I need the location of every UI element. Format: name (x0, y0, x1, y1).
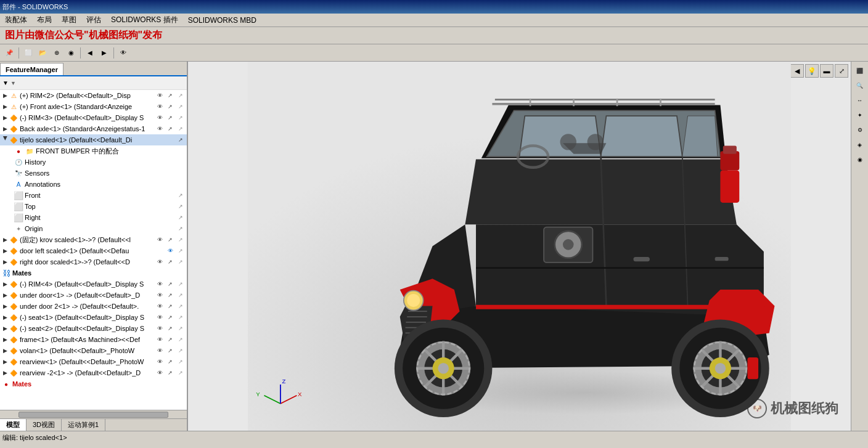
rim2-eye[interactable]: 👁 (155, 91, 165, 100)
toggle-rearview2[interactable]: ▶ (1, 369, 9, 377)
tree-item-frontbumper[interactable]: ● 📁 FRONT BUMPER 中的配合 (0, 145, 187, 157)
toggle-rim4[interactable]: ▶ (1, 280, 9, 288)
tree-item-rim4[interactable]: ▶ 🔶 (-) RIM<4> (Default<<Default>_Displa… (0, 279, 187, 290)
tree-item-seat1[interactable]: ▶ 🔶 (-) seat<1> (Default<<Default>_Displ… (0, 312, 187, 323)
tree-item-backaxle[interactable]: ▶ 🔶 Back axle<1> (Standard<Anzeigestatus… (0, 123, 187, 134)
ud-eye[interactable]: 👁 (155, 290, 165, 300)
rv1-arr[interactable]: ↗ (165, 357, 175, 367)
rt-view1[interactable]: ⬛ (853, 64, 867, 78)
rv1-eye[interactable]: 👁 (155, 357, 165, 367)
tree-item-seat2[interactable]: ▶ 🔶 (-) seat<2> (Default<<Default>_Displ… (0, 323, 187, 334)
toggle-frontaxle[interactable]: ▶ (1, 103, 9, 110)
s1-arr2[interactable]: ↗ (176, 312, 186, 322)
toggle-seat2[interactable]: ▶ (1, 325, 9, 332)
pin-btn[interactable]: 📌 (2, 46, 16, 60)
tree-item-mates-bottom[interactable]: ● Mates (0, 378, 187, 389)
tree-item-front[interactable]: ⬜ Front ↗ (0, 190, 187, 201)
tab-feature-tree[interactable]: FeatureManager (0, 63, 63, 75)
new-btn[interactable]: ⬜ (22, 46, 35, 60)
dl-eye[interactable]: 👁 (165, 246, 175, 256)
rv2-arr[interactable]: ↗ (165, 368, 175, 378)
ud2-arr[interactable]: ↗ (165, 301, 175, 311)
tree-item-mates1[interactable]: ⛓ Mates (0, 267, 187, 279)
btab-motion[interactable]: 运动算例1 (62, 419, 105, 431)
tree-item-rim2[interactable]: ▶ ⚠ (+) RIM<2> (Default<<Default>_Disp 👁… (0, 90, 187, 101)
s1-arr[interactable]: ↗ (165, 312, 175, 322)
s1-eye[interactable]: 👁 (155, 312, 165, 322)
ba-eye[interactable]: 👁 (155, 124, 165, 134)
ba-arr[interactable]: ↗ (165, 124, 175, 134)
tree-item-right[interactable]: ⬜ Right ↗ (0, 212, 187, 223)
fr-arr2[interactable]: ↗ (176, 335, 186, 344)
dr-eye[interactable]: 👁 (155, 257, 165, 267)
menu-layout[interactable]: 布局 (32, 14, 57, 26)
vo-eye[interactable]: 👁 (155, 346, 165, 356)
tree-item-sensors[interactable]: 🔭 Sensors (0, 168, 187, 179)
origin-arrow[interactable]: ↗ (176, 224, 186, 234)
tree-scrollbar[interactable] (0, 410, 187, 418)
tree-item-doorright[interactable]: ▶ 🔶 right door scaled<1>->? (Default<<D … (0, 256, 187, 267)
tree-item-rearview1[interactable]: ▶ 🔶 rearview<1> (Default<<Default>_Photo… (0, 356, 187, 367)
menu-sw-plugins[interactable]: SOLIDWORKS 插件 (106, 14, 183, 26)
toggle-backaxle[interactable]: ▶ (1, 125, 9, 132)
fr-eye[interactable]: 👁 (155, 335, 165, 344)
s2-eye[interactable]: 👁 (155, 324, 165, 333)
eye-btn[interactable]: 👁 (117, 46, 130, 60)
tree-item-tijelo[interactable]: ▶ 🔶 tijelo scaled<1> (Default<<Default_D… (0, 134, 187, 145)
menu-assemby[interactable]: 装配体 (0, 14, 32, 26)
toggle-underdoor2[interactable]: ▶ (1, 303, 9, 310)
nav-left[interactable]: ◀ (83, 46, 97, 60)
vo-arr2[interactable]: ↗ (176, 346, 186, 356)
right-arrow[interactable]: ↗ (176, 213, 186, 222)
krov-eye[interactable]: 👁 (155, 235, 165, 245)
ba-arr2[interactable]: ↗ (176, 124, 186, 134)
tree-item-history[interactable]: 🕐 History (0, 157, 187, 168)
r3-arr[interactable]: ↗ (165, 113, 175, 123)
front-arrow[interactable]: ↗ (176, 190, 186, 200)
nav-right[interactable]: ▶ (97, 46, 111, 60)
krov-arr2[interactable]: ↗ (176, 235, 186, 245)
target-btn[interactable]: ⊕ (50, 46, 63, 60)
menu-sketch[interactable]: 草图 (57, 14, 81, 26)
tree-item-doorleft[interactable]: ▶ 🔶 door left scaled<1> (Default<<Defau … (0, 245, 187, 256)
rt-view5[interactable]: ⚙ (853, 123, 867, 137)
tree-item-rearview2[interactable]: ▶ 🔶 rearview -2<1> -> (Default<<Default>… (0, 367, 187, 378)
s2-arr2[interactable]: ↗ (176, 324, 186, 333)
tree-item-underdoor2[interactable]: ▶ 🔶 under door 2<1> -> (Default<<Default… (0, 301, 187, 312)
rt-view2[interactable]: 🔍 (853, 79, 867, 92)
feature-tree[interactable]: ▶ ⚠ (+) RIM<2> (Default<<Default>_Disp 👁… (0, 90, 187, 410)
r4-arr2[interactable]: ↗ (176, 279, 186, 289)
menu-eval[interactable]: 评估 (81, 14, 106, 26)
rv2-eye[interactable]: 👁 (155, 368, 165, 378)
tree-item-annotations[interactable]: A Annotations (0, 179, 187, 190)
rim2-arrow2[interactable]: ↗ (176, 91, 186, 100)
r4-arr[interactable]: ↗ (165, 279, 175, 289)
vo-arr[interactable]: ↗ (165, 346, 175, 356)
fa-arr[interactable]: ↗ (165, 102, 175, 112)
r3-arr2[interactable]: ↗ (176, 113, 186, 123)
rt-view6[interactable]: ◈ (853, 138, 867, 152)
rv1-arr2[interactable]: ↗ (176, 357, 186, 367)
toggle-frame[interactable]: ▶ (1, 336, 9, 343)
krov-arr[interactable]: ↗ (165, 235, 175, 245)
tree-item-frontaxle[interactable]: ▶ ⚠ (+) Front axle<1> (Standard<Anzeige … (0, 101, 187, 112)
toggle-krov[interactable]: ▶ (1, 236, 9, 243)
tree-item-top[interactable]: ⬜ Top ↗ (0, 201, 187, 212)
toggle-doorright[interactable]: ▶ (1, 258, 9, 266)
tree-item-underdoor[interactable]: ▶ 🔶 under door<1> -> (Default<<Default>_… (0, 290, 187, 301)
toggle-rearview1[interactable]: ▶ (1, 358, 9, 365)
toggle-tijelo[interactable]: ▶ (1, 136, 9, 144)
rt-view7[interactable]: ◉ (853, 153, 867, 166)
toggle-rim3[interactable]: ▶ (1, 114, 9, 121)
tree-item-origin[interactable]: ✦ Origin ↗ (0, 223, 187, 234)
ud-arr2[interactable]: ↗ (176, 290, 186, 300)
rv2-arr2[interactable]: ↗ (176, 368, 186, 378)
toggle-doorleft[interactable]: ▶ (1, 247, 9, 255)
dr-arr[interactable]: ↗ (165, 257, 175, 267)
btab-3dview[interactable]: 3D视图 (27, 419, 62, 431)
tree-item-volan[interactable]: ▶ 🔶 volan<1> (Default<<Default>_PhotoW 👁… (0, 345, 187, 356)
dl-arr[interactable]: ↗ (176, 246, 186, 256)
tj-arr[interactable]: ↗ (176, 135, 186, 145)
ud2-arr2[interactable]: ↗ (176, 301, 186, 311)
tree-item-frame[interactable]: ▶ 🔶 frame<1> (Default<As Machined><<Def … (0, 334, 187, 345)
